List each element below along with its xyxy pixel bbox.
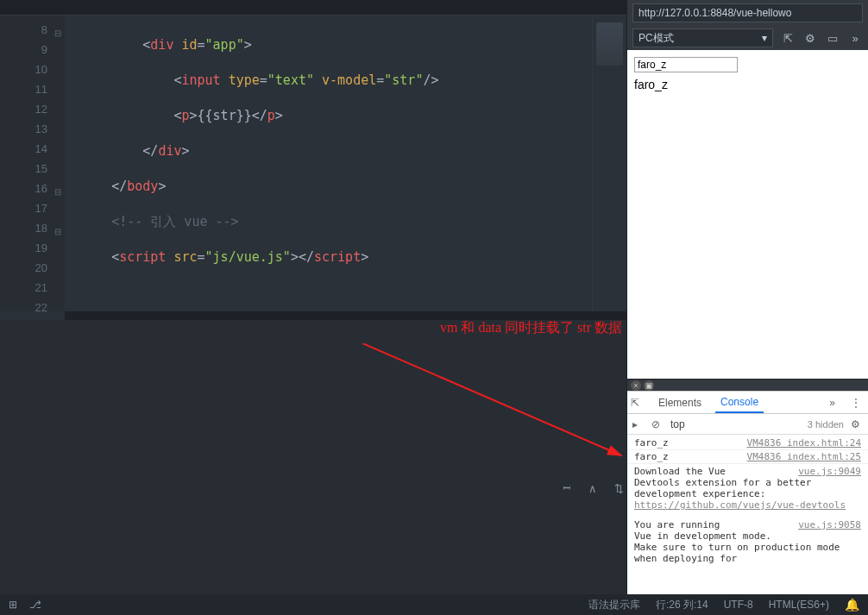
terminal-icon[interactable]: ⊞ <box>9 599 17 611</box>
terminal-icon[interactable]: ⎶ <box>559 480 575 496</box>
preview-url-input[interactable] <box>632 3 863 22</box>
editor-tabs[interactable] <box>0 0 626 16</box>
encoding[interactable]: UTF-8 <box>724 599 753 611</box>
devtools-panel: ⇱ Elements Console » ⋮ ▸ ⊘ top 3 hidden … <box>627 391 868 615</box>
status-bar: ⊞ ⎇ 语法提示库 行:26 列:14 UTF-8 HTML(ES6+) 🔔 <box>0 594 868 615</box>
code-editor[interactable]: <div id="app"> <input type="text" v-mode… <box>65 16 592 311</box>
svg-line-0 <box>362 343 621 455</box>
language-mode[interactable]: HTML(ES6+) <box>769 599 829 611</box>
line-gutter: 8⊟ 9 10 11 12 13 14 15 16⊟ 17 18⊟ 19 20 … <box>0 16 65 311</box>
annotation-arrow <box>362 343 638 481</box>
fullscreen-icon[interactable]: ▭ <box>825 30 840 46</box>
devtools-menu-icon[interactable]: ⋮ <box>847 397 865 409</box>
preview-bound-text: faro_z <box>634 78 861 91</box>
open-external-icon[interactable]: ⇱ <box>780 30 796 46</box>
bell-icon[interactable]: 🔔 <box>845 598 859 612</box>
popout-icon[interactable]: ▣ <box>644 380 654 391</box>
tab-console[interactable]: Console <box>715 392 764 413</box>
preview-text-input[interactable] <box>634 57 738 72</box>
more-icon[interactable]: » <box>847 30 863 46</box>
minimap[interactable] <box>592 16 626 311</box>
tabs-overflow-icon[interactable]: » <box>826 397 839 409</box>
console-settings-icon[interactable]: ⚙ <box>851 418 863 430</box>
clear-console-icon[interactable]: ⊘ <box>651 418 664 430</box>
tab-elements[interactable]: Elements <box>653 392 707 413</box>
annotation-text: vm 和 data 同时挂载了 str 数据 <box>440 319 622 337</box>
git-icon[interactable]: ⎇ <box>29 599 41 611</box>
chevron-down-icon: ▾ <box>762 32 767 44</box>
horizontal-scrollbar[interactable] <box>65 311 626 320</box>
cursor-position[interactable]: 行:26 列:14 <box>656 598 708 612</box>
hidden-count: 3 hidden <box>808 419 844 430</box>
syntax-hint[interactable]: 语法提示库 <box>588 598 640 612</box>
gear-icon[interactable]: ⚙ <box>802 30 818 46</box>
preview-mode-select[interactable]: PC模式▾ <box>632 28 773 47</box>
collapse-up-icon[interactable]: ∧ <box>585 480 601 496</box>
console-scope[interactable]: top <box>670 418 801 430</box>
sync-icon[interactable]: ⇅ <box>611 480 626 496</box>
preview-canvas[interactable]: faro_z <box>627 50 868 379</box>
console-log[interactable]: faro_zVM4836 index.html:24 faro_zVM4836 … <box>627 435 868 615</box>
